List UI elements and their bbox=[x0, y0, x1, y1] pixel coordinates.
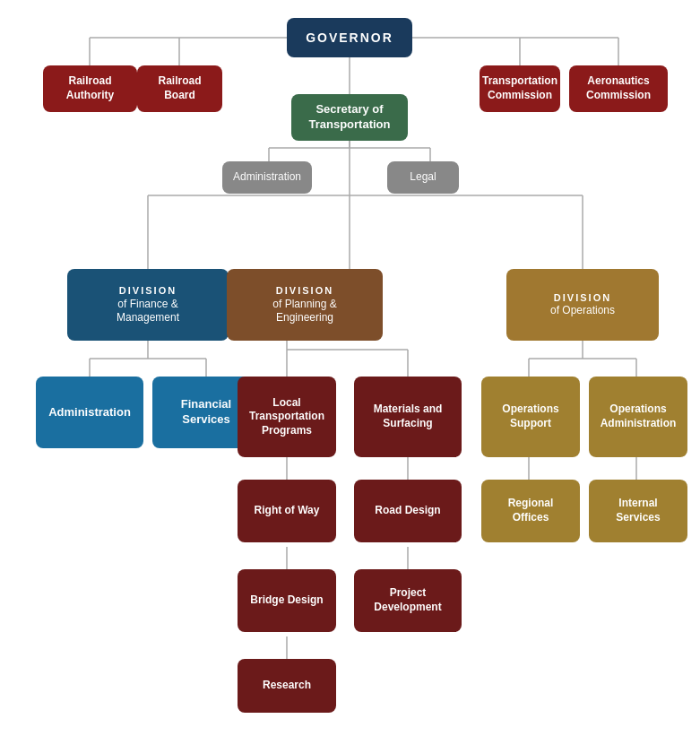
operations-admin-node: Operations Administration bbox=[589, 377, 687, 457]
legal-node: Legal bbox=[387, 161, 459, 194]
div-planning-title: DIVISION bbox=[272, 284, 336, 297]
materials-surfacing-node: Materials and Surfacing bbox=[354, 377, 462, 457]
div-operations-title: DIVISION bbox=[550, 291, 615, 304]
project-development-node: Project Development bbox=[354, 569, 462, 632]
internal-services-node: Internal Services bbox=[589, 480, 687, 542]
div-planning-sub: of Planning &Engineering bbox=[272, 298, 336, 325]
transportation-commission-node: Transportation Commission bbox=[480, 65, 560, 112]
div-finance-sub: of Finance &Management bbox=[117, 298, 179, 325]
bridge-design-node: Bridge Design bbox=[238, 569, 336, 632]
local-transportation-node: Local Transportation Programs bbox=[238, 377, 336, 457]
div-finance-title: DIVISION bbox=[117, 284, 179, 297]
research-node: Research bbox=[238, 659, 336, 713]
div-operations-node: DIVISION of Operations bbox=[506, 269, 659, 341]
right-of-way-node: Right of Way bbox=[238, 480, 336, 542]
div-planning-node: DIVISION of Planning &Engineering bbox=[227, 269, 383, 341]
operations-support-node: Operations Support bbox=[481, 377, 580, 457]
div-operations-sub: of Operations bbox=[550, 304, 615, 318]
railroad-board-node: Railroad Board bbox=[137, 65, 222, 112]
aeronautics-commission-node: Aeronautics Commission bbox=[569, 65, 668, 112]
railroad-authority-node: Railroad Authority bbox=[43, 65, 137, 112]
org-chart: GOVERNOR Railroad Authority Railroad Boa… bbox=[0, 0, 700, 45]
road-design-node: Road Design bbox=[354, 480, 462, 542]
regional-offices-node: Regional Offices bbox=[481, 480, 580, 542]
div-finance-node: DIVISION of Finance &Management bbox=[67, 269, 229, 341]
administration-node: Administration bbox=[36, 377, 143, 448]
administration-staff-node: Administration bbox=[222, 161, 312, 194]
secretary-node: Secretary of Transportation bbox=[291, 94, 408, 141]
governor-node: GOVERNOR bbox=[287, 18, 412, 57]
